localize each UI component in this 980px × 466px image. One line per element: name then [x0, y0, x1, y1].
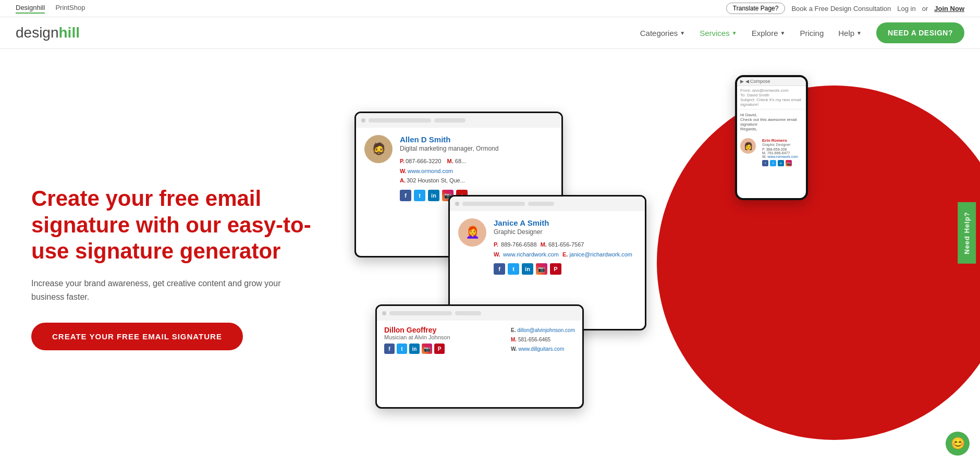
red-circle-bg — [657, 85, 980, 440]
explore-label: Explore — [752, 29, 778, 38]
logo-design: design — [16, 24, 59, 41]
translate-btn[interactable]: Translate Page? — [726, 3, 786, 14]
nav-pricing[interactable]: Pricing — [800, 29, 824, 38]
services-arrow: ▼ — [732, 30, 737, 36]
phone-sig-name: Erin Romero — [762, 138, 798, 143]
nav-services[interactable]: Services ▼ — [700, 29, 737, 38]
phone-p: 388-659-206 — [766, 148, 787, 151]
dot-2 — [455, 202, 459, 206]
nav-categories[interactable]: Categories ▼ — [640, 29, 685, 38]
phone-body: Hi David, Check out this awesome email s… — [737, 109, 806, 169]
sig-info-2: Janice A Smith Graphic Designer P. 889-7… — [494, 218, 636, 275]
avatar-2: 👩‍🦰 — [458, 218, 486, 247]
phone-w: www.romwork.com — [767, 155, 798, 158]
book-consultation-link[interactable]: Book a Free Design Consultation — [791, 5, 891, 13]
help-arrow: ▼ — [856, 30, 862, 36]
bottom-social: f t in 📷 P — [384, 344, 504, 354]
need-design-button[interactable]: NEED A DESIGN? — [876, 22, 964, 43]
sig-phone-1: 087-666-3220 — [406, 158, 442, 164]
fb-icon-2: f — [494, 263, 505, 275]
help-label: Help — [838, 29, 854, 38]
pi-icon-2: P — [550, 263, 561, 275]
sig-content-2: 👩‍🦰 Janice A Smith Graphic Designer P. 8… — [450, 211, 645, 282]
need-help-sidebar[interactable]: Need Help? — [958, 202, 976, 264]
line-3 — [462, 202, 525, 206]
phone-li-icon: in — [778, 160, 784, 166]
phone-m: 791-666-6477 — [767, 151, 790, 155]
sig-name-2: Janice A Smith — [494, 218, 636, 227]
cta-button[interactable]: CREATE YOUR FREE EMAIL SIGNATURE — [31, 323, 243, 350]
services-label: Services — [700, 29, 730, 38]
signature-card-bottom: Dillon Geoffrey Musician at Alvin Johnso… — [375, 304, 584, 409]
login-link[interactable]: Log in — [897, 5, 915, 13]
logo-hill: hill — [59, 24, 80, 41]
signature-card-phone: ▶ ◀ Compose From: ann@romwork.com To: Da… — [735, 75, 808, 200]
phone-social: f t in 📷 — [762, 160, 798, 166]
hero-title: Create your free email signature with ou… — [31, 186, 344, 264]
bottom-card-inner: Dillon Geoffrey Musician at Alvin Johnso… — [377, 321, 582, 359]
nav-explore[interactable]: Explore ▼ — [752, 29, 786, 38]
bottom-email: dillon@alvinjohnson.com — [517, 327, 575, 333]
phone-compose-bar: ▶ ◀ Compose — [737, 77, 806, 86]
sig-phone-2p: 889-766-6588 — [501, 241, 537, 248]
chatbot-icon: 😊 — [951, 437, 965, 450]
phone-sig-details: P. 388-659-206 M. 791-666-6477 W. www.ro… — [762, 148, 798, 158]
top-bar-right: Translate Page? Book a Free Design Consu… — [726, 3, 964, 14]
sig-role-2: Graphic Designer — [494, 228, 636, 236]
hero-subtitle: Increase your brand awareness, get creat… — [31, 277, 302, 303]
or-text: or — [922, 5, 928, 13]
bottom-sig-name: Dillon Geoffrey — [384, 326, 504, 334]
sig-role-1: Digital marketing manager, Ormond — [400, 145, 553, 152]
card-header-bar-3 — [377, 306, 582, 321]
card-header-bar-2 — [450, 197, 645, 211]
line2 — [434, 118, 466, 122]
phone-fields: From: ann@romwork.com To: David Smith Su… — [737, 86, 806, 109]
fb-icon-3: f — [384, 344, 395, 354]
bottom-sig-info: Dillon Geoffrey Musician at Alvin Johnso… — [384, 326, 504, 354]
logo[interactable]: designhill — [16, 24, 80, 41]
hero-left: Create your free email signature with ou… — [31, 186, 344, 350]
chatbot-button[interactable]: 😊 — [946, 432, 970, 456]
nav-help[interactable]: Help ▼ — [838, 29, 862, 38]
categories-arrow: ▼ — [680, 30, 685, 36]
sig-info-1: Allen D Smith Digital marketing manager,… — [400, 135, 553, 201]
dot-3 — [382, 311, 386, 315]
line — [369, 118, 431, 122]
facebook-icon: f — [400, 190, 411, 201]
pi-icon-3: P — [434, 344, 445, 354]
nav-printshop[interactable]: PrintShop — [55, 4, 85, 14]
ig-icon-2: 📷 — [536, 263, 547, 275]
hero-section: Create your free email signature with ou… — [0, 49, 980, 466]
sig-web-2: www.richardwork.com — [503, 251, 559, 257]
avatar-1: 🧔 — [364, 135, 393, 163]
top-bar: Designhill PrintShop Translate Page? Boo… — [0, 0, 980, 17]
phone-fb-icon: f — [762, 160, 768, 166]
dot — [361, 118, 365, 122]
nav-designhill[interactable]: Designhill — [16, 4, 45, 14]
sig-web-1: www.ormond.com — [408, 168, 453, 174]
line-5 — [389, 311, 452, 315]
sig-phone-2m: 681-656-7567 — [548, 241, 584, 248]
nav-links: Categories ▼ Services ▼ Explore ▼ Pricin… — [640, 22, 964, 43]
top-bar-left: Designhill PrintShop — [16, 4, 85, 14]
phone-avatar: 👩 — [740, 138, 756, 154]
sig-email-2: janice@richardwork.com — [569, 251, 632, 257]
line-6 — [455, 311, 481, 315]
bottom-sig-role: Musician at Alvin Johnson — [384, 334, 504, 340]
twitter-icon: t — [414, 190, 425, 201]
pricing-label: Pricing — [800, 29, 824, 38]
sig-addr-1: 302 Houston St, Que... — [407, 177, 465, 183]
explore-arrow: ▼ — [780, 30, 785, 36]
phone-sig-info: Erin Romero Graphic Designer P. 388-659-… — [762, 138, 798, 166]
bottom-phone-m: 581-656-6465 — [518, 337, 550, 342]
sig-details-1: P.087-666-3220 M. 68... W.www.ormond.com… — [400, 156, 553, 186]
li-icon-2: in — [522, 263, 533, 275]
join-now-link[interactable]: Join Now — [934, 5, 964, 13]
main-nav: designhill Categories ▼ Services ▼ Explo… — [0, 17, 980, 49]
card-header-bar — [356, 113, 561, 128]
linkedin-icon: in — [428, 190, 439, 201]
phone-tw-icon: t — [770, 160, 776, 166]
phone-ig-icon: 📷 — [786, 160, 792, 166]
bottom-sig-right: E. dillon@alvinjohnson.com M. 581-656-64… — [511, 326, 575, 354]
sig-details-2: P. 889-766-6588 M. 681-656-7567 W. www.r… — [494, 240, 636, 259]
